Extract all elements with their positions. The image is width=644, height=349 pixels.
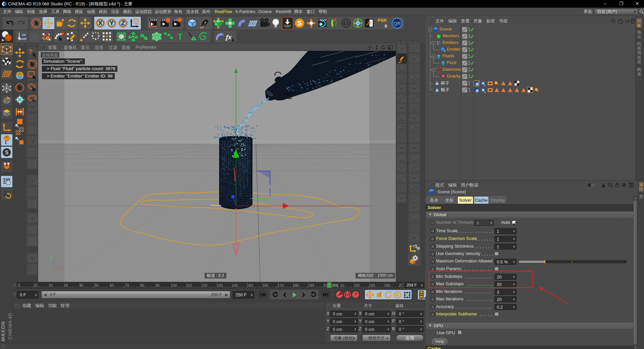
svg-text:Z: Z xyxy=(121,20,125,27)
svg-text:Y: Y xyxy=(50,256,53,260)
svg-text:?: ? xyxy=(28,48,33,55)
svg-text:X: X xyxy=(98,20,102,27)
svg-text:S: S xyxy=(5,150,9,155)
svg-text:P: P xyxy=(396,293,399,298)
svg-text:?: ? xyxy=(354,292,357,297)
svg-text:T: T xyxy=(177,31,183,42)
svg-text:S: S xyxy=(297,19,302,27)
svg-text:G: G xyxy=(442,74,444,78)
svg-text:QR: QR xyxy=(393,21,401,26)
svg-text:X: X xyxy=(59,265,62,270)
svg-text:Y: Y xyxy=(110,20,114,27)
